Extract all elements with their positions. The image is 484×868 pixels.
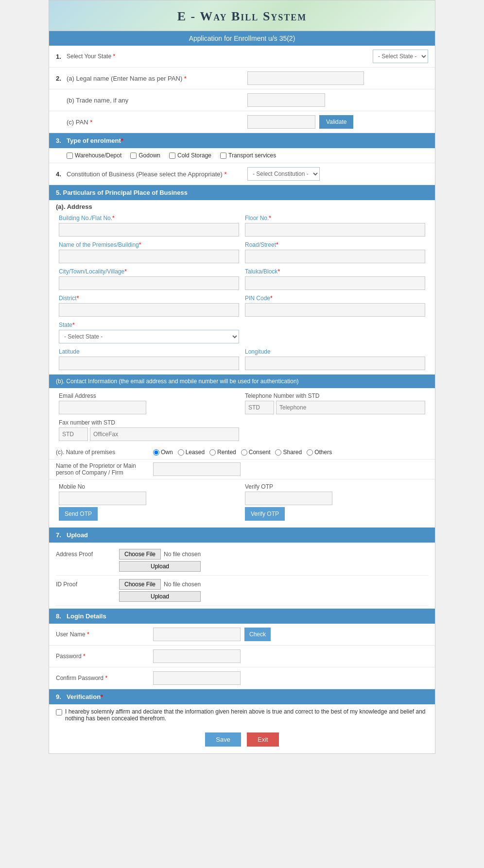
- nature-row: (c). Nature of premises Own Leased Rente…: [49, 445, 435, 460]
- nature-shared[interactable]: Shared: [275, 449, 302, 456]
- road-label: Road/Street*: [245, 241, 425, 248]
- row7-num: 7.: [56, 531, 67, 539]
- mobile-input[interactable]: [59, 492, 146, 505]
- form-subtitle: Application for Enrollment u/s 35(2): [189, 34, 295, 42]
- nature-label: (c). Nature of premises: [56, 449, 153, 456]
- contact-section-label: (b). Contact Information (the email addr…: [49, 374, 435, 388]
- validate-button[interactable]: Validate: [319, 115, 353, 129]
- taluka-field: Taluka/Block*: [242, 266, 428, 292]
- row2b-sub: (b): [67, 97, 74, 104]
- radio-consent[interactable]: [241, 449, 247, 456]
- district-label: District*: [59, 295, 239, 302]
- fax-std-input[interactable]: [59, 427, 88, 441]
- send-otp-row: Send OTP: [59, 507, 239, 521]
- tel-std-input[interactable]: [245, 401, 274, 414]
- nature-own[interactable]: Own: [153, 449, 173, 456]
- pan-input[interactable]: [247, 115, 315, 129]
- confirm-password-input[interactable]: [153, 671, 241, 685]
- checkbox-cold-storage[interactable]: [169, 153, 175, 159]
- row2a-control: [247, 71, 428, 85]
- checkbox-transport[interactable]: [220, 153, 226, 159]
- city-input[interactable]: [59, 276, 239, 290]
- row2c-required: *: [90, 119, 92, 126]
- username-input[interactable]: [153, 628, 241, 641]
- legal-name-input[interactable]: [247, 71, 364, 85]
- enrolment-warehouse[interactable]: Warehouse/Depot: [67, 152, 121, 159]
- row9-num: 9.: [56, 693, 67, 700]
- taluka-input[interactable]: [245, 276, 425, 290]
- otp-input[interactable]: [245, 492, 332, 505]
- otp-row: Mobile No Send OTP Verify OTP Verify OTP: [49, 479, 435, 528]
- address-proof-label: Address Proof: [56, 549, 119, 558]
- save-button[interactable]: Save: [205, 732, 241, 747]
- pincode-input[interactable]: [245, 303, 425, 317]
- page-wrapper: E - Way Bill System Application for Enro…: [49, 0, 435, 754]
- checkbox-warehouse[interactable]: [67, 153, 73, 159]
- constitution-select[interactable]: - Select Constitution -: [247, 167, 320, 181]
- radio-leased[interactable]: [178, 449, 184, 456]
- address-choose-file-button[interactable]: Choose File: [119, 549, 161, 560]
- premises-field: Name of the Premises/Building*: [56, 239, 242, 266]
- address-state-select[interactable]: - Select State -: [59, 330, 239, 343]
- address-grid: Building No./Flat No.* Floor No.* Name o…: [49, 210, 435, 374]
- road-input[interactable]: [245, 250, 425, 263]
- email-input[interactable]: [59, 401, 146, 414]
- verification-section: I heareby solemnly affirm and declare th…: [49, 704, 435, 726]
- fax-number-input[interactable]: [90, 427, 239, 441]
- nature-rented[interactable]: Rented: [209, 449, 236, 456]
- address-proof-row: Address Proof Choose File No file chosen…: [56, 545, 428, 576]
- id-choose-file-button[interactable]: Choose File: [119, 579, 161, 590]
- password-control: [153, 649, 241, 663]
- nature-leased[interactable]: Leased: [178, 449, 205, 456]
- enrolment-transport[interactable]: Transport services: [220, 152, 276, 159]
- section-upload: 7. Upload: [49, 528, 435, 543]
- radio-own[interactable]: [153, 449, 159, 456]
- address-upload-button[interactable]: Upload: [119, 561, 201, 572]
- row4-control: - Select Constitution -: [247, 167, 428, 181]
- id-proof-row: ID Proof Choose File No file chosen Uplo…: [56, 576, 428, 606]
- longitude-label: Longitude: [245, 348, 425, 355]
- send-otp-button[interactable]: Send OTP: [59, 507, 98, 521]
- row2c-label: PAN: [76, 119, 88, 126]
- fax-field: Fax number with STD: [56, 417, 242, 443]
- radio-shared[interactable]: [275, 449, 281, 456]
- state-select[interactable]: - Select State -: [373, 50, 428, 63]
- nature-options: Own Leased Rented Consent Shared: [153, 449, 332, 456]
- row4-label: Constitution of Business (Please select …: [67, 170, 223, 178]
- exit-button[interactable]: Exit: [247, 732, 279, 747]
- proprietor-row: Name of the Proprietor or Main person of…: [49, 460, 435, 479]
- latitude-field: Latitude: [56, 346, 242, 373]
- latitude-input[interactable]: [59, 357, 239, 370]
- enrolment-godown[interactable]: Godown: [130, 152, 160, 159]
- tel-number-input[interactable]: [276, 401, 425, 414]
- radio-rented[interactable]: [209, 449, 216, 456]
- enrolment-cold-storage[interactable]: Cold Storage: [169, 152, 211, 159]
- proprietor-control: [153, 462, 428, 476]
- longitude-input[interactable]: [245, 357, 425, 370]
- building-input[interactable]: [59, 223, 239, 237]
- district-input[interactable]: [59, 303, 239, 317]
- trade-name-input[interactable]: [247, 93, 325, 107]
- verify-otp-col: Verify OTP Verify OTP: [242, 481, 428, 523]
- check-button[interactable]: Check: [244, 628, 271, 641]
- particulars-header: 5. Particulars of Principal Place of Bus…: [49, 185, 435, 200]
- id-upload-button[interactable]: Upload: [119, 591, 201, 602]
- nature-consent[interactable]: Consent: [241, 449, 271, 456]
- row2c: (c) PAN * Validate: [49, 111, 435, 133]
- verification-checkbox[interactable]: [56, 709, 62, 715]
- checkbox-godown[interactable]: [130, 153, 137, 159]
- floor-input[interactable]: [245, 223, 425, 237]
- row3-num: 3.: [56, 137, 67, 144]
- verify-otp-button[interactable]: Verify OTP: [245, 507, 285, 521]
- password-input[interactable]: [153, 649, 241, 663]
- floor-field: Floor No.*: [242, 212, 428, 239]
- telephone-field: Telephone Number with STD: [242, 390, 428, 417]
- nature-others[interactable]: Others: [307, 449, 332, 456]
- proprietor-input[interactable]: [153, 462, 241, 476]
- longitude-field: Longitude: [242, 346, 428, 373]
- row2a: 2. (a) Legal name (Enter Name as per PAN…: [49, 68, 435, 89]
- radio-others[interactable]: [307, 449, 313, 456]
- row8-label: Login Details: [67, 613, 106, 620]
- enrolment-options: Warehouse/Depot Godown Cold Storage Tran…: [49, 148, 435, 163]
- premises-input[interactable]: [59, 250, 239, 263]
